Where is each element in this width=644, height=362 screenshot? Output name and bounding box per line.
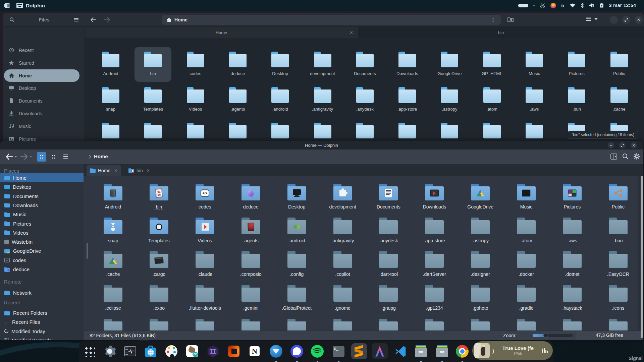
dolphin-item-.composio[interactable]: .composio [230,251,272,277]
files-sidebar-item-desktop[interactable]: Desktop [4,82,79,94]
places-item-network[interactable]: Network [0,288,84,297]
places-item-codes[interactable]: <>codes [0,256,84,265]
tab-close-icon[interactable]: ✕ [114,168,117,173]
dolphin-item-GoogleDrive[interactable]: GoogleDrive [460,184,501,210]
dolphin-item-development[interactable]: development [322,184,364,210]
dolphin-item-partial[interactable] [597,319,637,330]
dolphin-item-partial[interactable] [322,319,364,330]
compact-view-button[interactable] [49,152,58,162]
dolphin-item-bin[interactable]: 0110bin [138,184,180,210]
files-item-snap[interactable]: snap [92,82,129,117]
dolphin-forward-icon[interactable] [20,153,28,160]
dolphin-item-.docker[interactable]: .docker [505,251,547,277]
files-item-Android[interactable]: Android [92,47,129,82]
places-item-modified-today[interactable]: Modified Today [0,327,84,336]
dock-spotify-icon[interactable] [309,343,325,359]
dolphin-item-.eclipse[interactable]: .eclipse [92,285,134,311]
split-view-icon[interactable] [610,153,617,160]
places-item-deduce[interactable]: deduce [0,265,84,274]
menu-icon[interactable] [73,18,79,22]
files-item-development[interactable]: development [304,47,341,82]
dolphin-item-.copilot[interactable]: .copilot [322,251,364,277]
places-item-googledrive[interactable]: GoogleDrive [0,246,84,255]
files-item-.agents[interactable]: .agents [219,82,256,117]
dolphin-item-.flutter-devtools[interactable]: .flutter-devtools [184,285,226,311]
dolphin-item-.app-store[interactable]: .app-store [414,218,455,244]
files-item-deduce[interactable]: deduce [219,47,256,82]
dolphin-item-.gnome[interactable]: .gnome [322,285,364,311]
dolphin-item-Templates[interactable]: Templates [138,218,180,244]
files-item-Music[interactable]: Music [516,47,553,82]
dock-gradient-a-icon[interactable] [372,343,388,359]
dock-tweaks-palette-icon[interactable] [163,343,179,359]
files-sidebar-item-downloads[interactable]: Downloads [4,107,79,120]
dock-file-cabinet-2-icon[interactable] [434,343,450,359]
files-item-Downloads[interactable]: Downloads [389,47,426,82]
dolphin-item-codes[interactable]: </>codes [184,184,226,210]
dolphin-item-snap[interactable]: snap [92,218,134,244]
dolphin-item-Downloads[interactable]: Downloads [414,184,455,210]
dolphin-item-Documents[interactable]: Documents [368,184,409,210]
dock-terminal-icon[interactable]: $_ [330,343,346,359]
files-item-.cache[interactable]: .cache [601,82,638,117]
dolphin-item-Videos[interactable]: Videos [184,218,226,244]
dolphin-item-.bun[interactable]: .bun [597,218,637,244]
dolphin-minimize-button[interactable]: – [608,142,614,148]
dock-ms-office-icon[interactable] [226,343,242,359]
workspace-icon[interactable] [4,3,10,8]
dolphin-item-deduce[interactable]: deduce [230,184,272,210]
files-item-.anydesk[interactable]: .anydesk [346,82,383,117]
view-dropdown-icon[interactable] [594,18,598,20]
files-tab-home[interactable]: Home✕ [85,27,358,38]
dock-sublime-text-icon[interactable] [351,343,367,359]
files-item-.bun[interactable]: .bun [558,82,595,117]
files-item-GoogleDrive[interactable]: GoogleDrive [431,47,468,82]
places-item-videos[interactable]: Videos [0,228,84,237]
files-item-bin[interactable]: bin [135,47,171,82]
dolphin-item-.GlobalProtect[interactable]: .GlobalProtect [276,285,318,311]
keyboard-layout[interactable]: tr [561,3,564,8]
files-item-codes[interactable]: codes [177,47,214,82]
dock-package-purple-icon[interactable] [205,343,221,359]
files-item-Public[interactable]: Public [601,47,638,82]
dolphin-item-.astropy[interactable]: .astropy [460,218,501,244]
dock-vscode-icon[interactable] [392,343,409,359]
media-widget[interactable]: ) True Love (fe P!nk [472,341,553,360]
files-tab-bin[interactable]: bin [358,27,644,38]
dolphin-item-.aws[interactable]: .aws [551,218,593,244]
dolphin-breadcrumb[interactable]: Home [94,154,108,159]
dolphin-item-partial[interactable] [460,319,501,330]
places-item-desktop[interactable]: Desktop [0,182,84,191]
folder-search-icon[interactable] [507,17,514,23]
dolphin-item-.dartServer[interactable]: .dartServer [414,251,455,277]
battery-icon[interactable] [599,3,604,8]
dock-app-grid-icon[interactable] [81,343,97,359]
sidebar-scrollbar[interactable] [87,243,88,259]
clock[interactable]: 3 mar 12:54 [609,3,636,8]
dock-thunderbird-icon[interactable] [268,343,284,359]
dolphin-app-icon[interactable] [16,3,23,8]
tab-close-icon[interactable]: ✕ [350,30,353,35]
close-button[interactable]: ✕ [635,16,643,24]
dock-signal-icon[interactable] [289,343,305,359]
places-item-wastebin[interactable]: Wastebin [0,237,84,246]
files-item-.astropy[interactable]: .astropy [431,82,468,117]
settings-gear-icon[interactable] [633,153,640,160]
files-item-.android[interactable]: .android [262,82,299,117]
back-icon[interactable] [91,17,97,22]
dock-dbeaver-icon[interactable]: CE [184,343,200,359]
forward-dropdown-icon[interactable] [30,156,32,158]
dolphin-tab-bin[interactable]: bin✕ [125,165,153,176]
files-sidebar-item-starred[interactable]: Starred [4,57,79,69]
view-toggle-icon[interactable] [586,17,591,21]
files-item-Templates[interactable]: Templates [135,82,171,117]
dolphin-item-.gnupg[interactable]: .gnupg [368,285,409,311]
dock-notion-icon[interactable]: N [247,343,263,359]
dolphin-tab-home[interactable]: Home✕ [87,165,121,176]
dolphin-item-.android[interactable]: .android [276,218,318,244]
files-item-.atom[interactable]: .atom [474,82,511,117]
dolphin-item-.cache[interactable]: .cache [92,251,134,277]
back-dropdown-icon[interactable] [14,156,17,158]
dolphin-maximize-button[interactable] [619,142,626,148]
dolphin-item-Desktop[interactable]: Desktop [276,184,318,210]
